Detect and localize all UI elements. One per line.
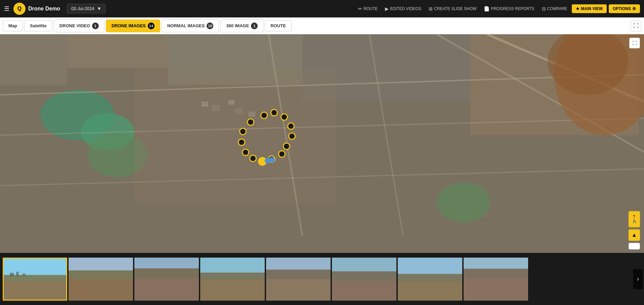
map-pin[interactable] [288, 132, 296, 140]
thumbnail-4[interactable] [200, 258, 265, 301]
svg-rect-23 [228, 100, 234, 105]
options-label: OPTIONS [613, 6, 631, 11]
thumb-svg-6 [332, 258, 396, 301]
thumbnail-1[interactable] [3, 258, 67, 301]
thumbnail-image-4 [200, 258, 265, 301]
tab-drone-video-label: DRONE VIDEO [59, 23, 90, 28]
svg-rect-24 [235, 108, 243, 114]
scale-indicator [629, 243, 640, 250]
progress-reports-button[interactable]: 📄 PROGRESS REPORTS [481, 5, 537, 13]
star-icon: ★ [576, 6, 579, 11]
tab-satellite-label: Satellite [30, 23, 47, 28]
satellite-map [0, 34, 644, 253]
thumbnail-image-3 [134, 258, 199, 301]
thumb-svg-2 [69, 258, 133, 301]
thumbnail-3[interactable] [134, 258, 199, 301]
map-right-controls: ⛶ [629, 38, 640, 48]
map-pin[interactable] [238, 139, 245, 146]
compare-icon: ⊟ [542, 6, 546, 11]
tab-normal-images-label: NORMAL IMAGES [167, 23, 205, 28]
map-pin[interactable] [283, 143, 290, 150]
map-pin[interactable] [242, 149, 249, 156]
edited-videos-button[interactable]: ▶ EDITED VIDEOS [382, 5, 424, 13]
drone-video-badge: 1 [92, 23, 99, 29]
thumbnail-6[interactable] [332, 258, 396, 301]
map-pin[interactable] [239, 128, 247, 135]
svg-rect-30 [16, 272, 18, 276]
svg-rect-26 [4, 259, 66, 275]
map-pin[interactable] [287, 122, 295, 130]
normal-images-badge: 10 [207, 23, 213, 29]
thumbnail-image-1 [4, 259, 66, 300]
main-view-button[interactable]: ★ MAIN VIEW [572, 4, 607, 13]
svg-rect-41 [266, 258, 331, 270]
report-icon: 📄 [484, 6, 489, 11]
drone-images-badge: 14 [148, 23, 155, 29]
thumbnail-image-8 [464, 258, 528, 301]
create-slideshow-button[interactable]: ⊞ CREATE SLIDE SHOW [426, 5, 479, 13]
hamburger-menu-icon[interactable]: ☰ [4, 5, 9, 12]
progress-reports-label: PROGRESS REPORTS [491, 6, 534, 11]
svg-rect-29 [10, 273, 14, 276]
svg-rect-25 [249, 112, 255, 117]
tab-bar: Map Satellite DRONE VIDEO 1 DRONE IMAGES… [0, 17, 644, 34]
slideshow-icon: ⊞ [429, 6, 433, 11]
tab-drone-video[interactable]: DRONE VIDEO 1 [54, 20, 104, 32]
expand-button[interactable]: ⛶ [629, 38, 640, 48]
tab-normal-images[interactable]: NORMAL IMAGES 10 [162, 20, 219, 32]
compare-button[interactable]: ⊟ COMPARE [539, 5, 570, 13]
tab-360-image-label: 360 IMAGE [226, 23, 249, 28]
tab-drone-images[interactable]: DRONE IMAGES 14 [106, 20, 160, 32]
video-icon: ▶ [385, 6, 389, 11]
fullscreen-button[interactable]: ⛶ [631, 21, 641, 31]
date-selector[interactable]: 02-Jul-2024 ▼ [67, 4, 106, 13]
svg-rect-22 [212, 105, 220, 111]
map-pin[interactable] [270, 109, 278, 116]
tab-drone-images-label: DRONE IMAGES [112, 23, 146, 28]
tab-route[interactable]: ROUTE [265, 20, 292, 31]
thumbnail-5[interactable] [266, 258, 331, 301]
map-container[interactable]: ⛶ 🚶 ▲ [0, 34, 644, 253]
map-pin[interactable] [247, 118, 254, 126]
thumbnail-image-7 [398, 258, 462, 301]
options-button[interactable]: OPTIONS ⚙ [609, 4, 640, 13]
svg-point-20 [437, 182, 490, 223]
thumb-svg-1 [4, 259, 66, 300]
svg-rect-21 [202, 102, 208, 107]
thumb-svg-3 [134, 258, 199, 301]
thumb-svg-7 [398, 258, 462, 301]
map-pin[interactable] [278, 150, 286, 158]
options-gear-icon: ⚙ [632, 6, 636, 11]
svg-rect-37 [134, 278, 199, 301]
street-view-button[interactable]: 🚶 [629, 211, 640, 227]
map-pin[interactable] [281, 113, 288, 121]
svg-rect-43 [266, 279, 331, 301]
360-image-badge: 1 [251, 23, 258, 29]
thumb-svg-5 [266, 258, 331, 301]
tab-map[interactable]: Map [3, 20, 23, 31]
tab-360-image[interactable]: 360 IMAGE 1 [220, 20, 263, 32]
map-pin-blue[interactable] [269, 157, 275, 162]
svg-rect-52 [464, 278, 528, 301]
thumbnail-2[interactable] [69, 258, 133, 301]
main-view-label: MAIN VIEW [581, 6, 603, 11]
strip-next-button[interactable]: › [633, 269, 643, 289]
svg-rect-1 [0, 34, 67, 85]
scroll-up-button[interactable]: ▲ [629, 229, 640, 241]
map-pin[interactable] [260, 112, 268, 119]
thumbnail-7[interactable] [398, 258, 462, 301]
svg-rect-38 [200, 258, 265, 273]
map-pin[interactable] [249, 155, 257, 162]
logo-icon: Q [13, 3, 26, 15]
thumbnail-image-2 [69, 258, 133, 301]
route-icon: ✏ [358, 6, 362, 11]
route-button[interactable]: ✏ ROUTE [355, 5, 380, 13]
thumbnail-8[interactable] [464, 258, 528, 301]
compare-label: COMPARE [547, 6, 567, 11]
svg-rect-3 [67, 34, 168, 68]
tab-satellite[interactable]: Satellite [24, 20, 52, 31]
thumb-svg-8 [464, 258, 528, 301]
app-title: Drone Demo [28, 6, 60, 12]
map-svg [0, 34, 644, 253]
thumb-svg-4 [200, 258, 265, 301]
